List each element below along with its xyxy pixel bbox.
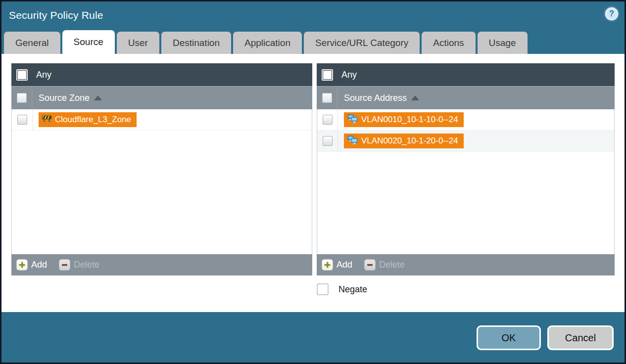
ok-button[interactable]: OK	[477, 325, 541, 350]
add-icon	[322, 259, 333, 271]
source-address-item-label: VLAN0010_10-1-10-0--24	[361, 115, 458, 125]
source-zone-header-label: Source Zone	[39, 93, 90, 103]
tab-general[interactable]: General	[4, 32, 60, 54]
source-zone-item[interactable]: Cloudflare_L3_Zone	[39, 112, 137, 127]
table-row: Cloudflare_L3_Zone	[12, 109, 312, 131]
source-address-list: VLAN0010_10-1-10-0--24	[317, 109, 615, 254]
security-policy-rule-dialog: Security Policy Rule ? General Source Us…	[0, 0, 626, 364]
row-checkbox[interactable]	[323, 115, 333, 125]
negate-row: Negate	[317, 283, 615, 295]
source-zone-select-all-checkbox[interactable]	[17, 93, 27, 103]
sort-asc-icon	[94, 95, 102, 100]
delete-icon	[364, 259, 376, 271]
tab-service-url-category[interactable]: Service/URL Category	[304, 32, 420, 54]
tab-bar: General Source User Destination Applicat…	[1, 30, 625, 54]
tab-source[interactable]: Source	[62, 30, 115, 54]
source-address-item[interactable]: VLAN0020_10-1-20-0--24	[344, 134, 464, 148]
source-zone-any-checkbox[interactable]	[16, 69, 28, 81]
source-address-panel: Any Source Address	[317, 63, 615, 275]
source-address-any-bar: Any	[317, 63, 615, 87]
tab-application[interactable]: Application	[233, 32, 302, 54]
dialog-title: Security Policy Rule	[9, 9, 103, 21]
add-icon	[16, 259, 28, 271]
dialog-footer: OK Cancel	[1, 312, 625, 361]
tab-destination[interactable]: Destination	[161, 32, 231, 54]
source-address-any-label: Any	[341, 70, 357, 80]
help-icon[interactable]: ?	[605, 7, 618, 20]
delete-button[interactable]: Delete	[59, 259, 99, 271]
table-row: VLAN0010_10-1-10-0--24	[317, 109, 614, 131]
source-address-item-label: VLAN0020_10-1-20-0--24	[361, 136, 458, 146]
source-address-item[interactable]: VLAN0010_10-1-10-0--24	[344, 112, 464, 127]
source-address-header-label: Source Address	[344, 93, 407, 103]
source-tab-content: Any Source Zone	[1, 54, 625, 312]
row-checkbox[interactable]	[323, 136, 333, 146]
source-address-select-all-checkbox[interactable]	[322, 93, 332, 103]
source-zone-any-label: Any	[36, 70, 51, 80]
address-icon	[347, 114, 358, 126]
source-address-any-checkbox[interactable]	[322, 69, 333, 81]
zone-icon	[42, 115, 51, 125]
row-checkbox[interactable]	[17, 115, 27, 125]
tab-usage[interactable]: Usage	[478, 32, 528, 54]
delete-button[interactable]: Delete	[364, 259, 405, 271]
source-zone-column-header[interactable]: Source Zone	[11, 87, 312, 109]
source-zone-list: Cloudflare_L3_Zone	[11, 109, 312, 254]
source-zone-toolbar: Add Delete	[11, 254, 312, 275]
sort-asc-icon	[411, 95, 419, 100]
add-button[interactable]: Add	[322, 259, 352, 271]
negate-label: Negate	[338, 284, 367, 295]
source-zone-panel: Any Source Zone	[11, 63, 312, 275]
negate-checkbox[interactable]	[317, 283, 329, 295]
source-address-toolbar: Add Delete	[317, 254, 615, 275]
delete-icon	[59, 259, 70, 271]
address-icon	[347, 136, 358, 147]
tab-user[interactable]: User	[117, 32, 159, 54]
source-zone-item-label: Cloudflare_L3_Zone	[55, 115, 131, 125]
tab-actions[interactable]: Actions	[422, 32, 475, 54]
cancel-button[interactable]: Cancel	[547, 325, 614, 350]
source-address-column-header[interactable]: Source Address	[317, 87, 615, 109]
table-row: VLAN0020_10-1-20-0--24	[317, 131, 614, 152]
source-zone-any-bar: Any	[11, 63, 312, 87]
titlebar: Security Policy Rule ?	[1, 1, 625, 30]
add-button[interactable]: Add	[16, 259, 47, 271]
